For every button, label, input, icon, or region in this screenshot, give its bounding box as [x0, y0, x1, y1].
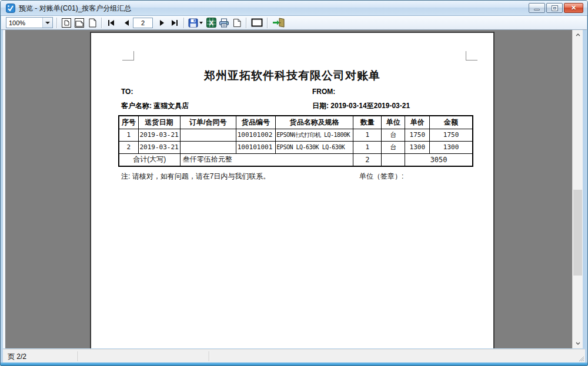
save-button[interactable] — [187, 17, 205, 29]
col-header: 送货日期 — [138, 116, 180, 129]
minimize-button[interactable] — [529, 3, 545, 13]
zoom-input[interactable] — [6, 18, 42, 28]
scrollbar-thumb[interactable] — [573, 190, 582, 276]
date-range: 日期: 2019-03-14至2019-03-21 — [312, 101, 410, 111]
cell-seq: 2 — [119, 141, 138, 153]
last-page-button[interactable] — [168, 17, 181, 29]
col-header: 序号 — [119, 116, 138, 129]
total-label: 合计(大写) — [119, 153, 180, 166]
printer-icon — [219, 18, 229, 28]
document-page: 郑州亚拓软件科技有限公司对账单 TO: FROM: 客户名称: 蓝猫文具店 日期… — [90, 32, 495, 348]
prev-page-icon — [124, 20, 129, 26]
total-amount-words: 叁仟零伍拾元整 — [180, 153, 353, 166]
close-icon: ✕ — [571, 5, 576, 11]
crop-mark-right — [466, 51, 477, 61]
table-row: 2 2019-03-21 100101001 EPSON LQ-630K LQ-… — [119, 141, 473, 153]
fit-page-button[interactable] — [60, 17, 73, 29]
separator — [267, 18, 268, 28]
col-header: 单价 — [405, 116, 430, 129]
first-page-icon — [108, 20, 115, 26]
preview-window: 预览 - 对账单(C01)_按客户分组汇总 ✕ — [0, 0, 588, 366]
scroll-up-button[interactable] — [573, 30, 583, 40]
total-amount: 3050 — [405, 153, 473, 166]
cell-code: 100101002 — [236, 129, 276, 141]
excel-icon: X — [206, 18, 216, 28]
cell-amount: 1300 — [430, 141, 473, 153]
total-qty: 2 — [353, 153, 382, 166]
statement-table: 序号 送货日期 订单/合同号 货品编号 货品名称及规格 数量 单位 单价 金额 … — [118, 115, 473, 167]
toolbar: X — [1, 16, 587, 30]
maximize-icon — [552, 6, 557, 11]
export-excel-button[interactable]: X — [205, 17, 218, 29]
preview-area: 郑州亚拓软件科技有限公司对账单 TO: FROM: 客户名称: 蓝猫文具店 日期… — [3, 30, 583, 348]
separator — [246, 18, 247, 28]
col-header: 单位 — [382, 116, 405, 129]
print-button[interactable] — [218, 17, 230, 29]
zoom-dropdown-button[interactable] — [42, 18, 52, 28]
fit-width-button[interactable] — [73, 17, 86, 29]
margins-icon — [251, 18, 263, 27]
cell-seq: 1 — [119, 129, 138, 141]
last-page-icon — [171, 20, 178, 26]
first-page-button[interactable] — [105, 17, 118, 29]
separator — [78, 351, 79, 361]
actual-size-icon — [87, 18, 98, 28]
document-title: 郑州亚拓软件科技有限公司对账单 — [91, 68, 493, 83]
next-page-button[interactable] — [155, 17, 168, 29]
cell-price: 1300 — [405, 141, 430, 153]
exit-door-icon — [272, 18, 285, 28]
cell-price: 1750 — [405, 129, 430, 141]
page-number-input[interactable] — [133, 18, 153, 28]
close-button[interactable]: ✕ — [564, 3, 583, 13]
separator — [56, 18, 58, 28]
chevron-down-icon — [576, 342, 580, 345]
table-row: 1 2019-03-21 100101002 EPSON针式打印机 LQ-180… — [119, 129, 473, 141]
col-header: 订单/合同号 — [180, 116, 236, 129]
cell-qty: 1 — [353, 129, 382, 141]
fit-width-icon — [74, 18, 85, 28]
table-total-row: 合计(大写) 叁仟零伍拾元整 2 3050 — [119, 153, 473, 166]
crop-mark-left — [122, 51, 134, 61]
cell-name: EPSON LQ-630K LQ-630K — [276, 141, 353, 153]
scroll-down-button[interactable] — [573, 338, 583, 348]
col-header: 货品名称及规格 — [276, 116, 353, 129]
cell-order — [180, 129, 236, 141]
margins-button[interactable] — [249, 17, 265, 29]
vertical-scrollbar[interactable] — [572, 30, 583, 348]
window-title: 预览 - 对账单(C01)_按客户分组汇总 — [19, 4, 131, 14]
total-unit — [382, 153, 405, 166]
separator — [183, 18, 185, 28]
blank-page-icon — [233, 18, 241, 28]
window-bottom-border — [1, 362, 587, 365]
exit-button[interactable] — [270, 17, 287, 29]
from-label: FROM: — [312, 88, 335, 96]
signature-label: 单位（签章）: — [359, 172, 403, 182]
chevron-up-icon — [576, 33, 580, 36]
titlebar: 预览 - 对账单(C01)_按客户分组汇总 ✕ — [1, 1, 587, 16]
cell-code: 100101001 — [236, 141, 276, 153]
cell-date: 2019-03-21 — [138, 141, 180, 153]
actual-size-button[interactable] — [86, 17, 99, 29]
fit-page-icon — [61, 18, 72, 28]
cell-unit: 台 — [382, 141, 405, 153]
resize-grip[interactable] — [577, 355, 584, 362]
customer-name: 客户名称: 蓝猫文具店 — [121, 101, 189, 111]
table-header-row: 序号 送货日期 订单/合同号 货品编号 货品名称及规格 数量 单位 单价 金额 — [119, 116, 473, 129]
maximize-button[interactable] — [546, 3, 563, 13]
to-label: TO: — [121, 88, 133, 96]
prev-page-button[interactable] — [120, 17, 133, 29]
chevron-down-icon — [45, 22, 50, 24]
next-page-icon — [159, 20, 165, 26]
app-logo-icon — [6, 4, 15, 13]
statusbar: 页 2/2 — [3, 349, 585, 362]
zoom-combobox[interactable] — [6, 17, 53, 28]
note-text: 注: 请核对，如有问题，请在7日内与我们联系。 — [121, 172, 270, 182]
col-header: 货品编号 — [236, 116, 276, 129]
cell-unit: 台 — [382, 129, 405, 141]
cell-amount: 1750 — [430, 129, 473, 141]
blank-page-button[interactable] — [230, 17, 243, 29]
cell-date: 2019-03-21 — [138, 129, 180, 141]
save-icon — [188, 18, 203, 28]
separator — [101, 18, 102, 28]
svg-text:X: X — [209, 19, 213, 26]
